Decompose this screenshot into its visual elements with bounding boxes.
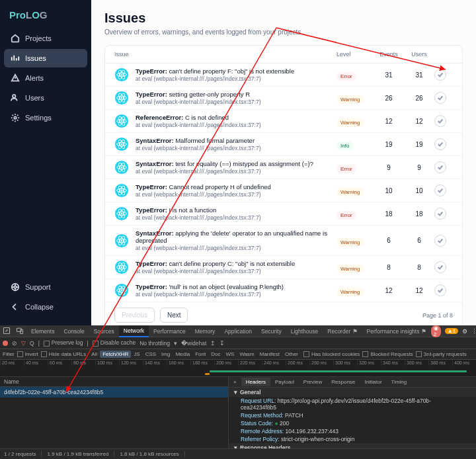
resolve-button[interactable] — [434, 92, 446, 104]
sidebar-item-projects[interactable]: Projects — [4, 29, 87, 48]
level-badge: Warning — [337, 265, 364, 273]
filter-type-doc[interactable]: Doc — [208, 351, 223, 358]
devtools-tab-elements[interactable]: Elements — [26, 326, 59, 337]
filter-type-js[interactable]: JS — [131, 351, 142, 358]
detail-tab-headers[interactable]: Headers — [241, 378, 270, 386]
filter-type-media[interactable]: Media — [173, 351, 192, 358]
download-icon[interactable]: ↧ — [219, 340, 225, 347]
filter-type-fetch/xhr[interactable]: Fetch/XHR — [100, 351, 131, 358]
next-button[interactable]: Next — [160, 308, 188, 323]
devtools-tab-security[interactable]: Security — [257, 326, 286, 337]
sidebar-item-label: Users — [25, 94, 44, 102]
resolve-button[interactable] — [434, 235, 446, 247]
sidebar-item-alerts[interactable]: Alerts — [4, 69, 87, 87]
devtools-tab-lighthouse[interactable]: Lighthouse — [286, 326, 323, 337]
table-row[interactable]: TypeError: I is not a functionat eval (w… — [105, 202, 462, 226]
device-icon[interactable] — [13, 325, 26, 337]
table-row[interactable]: TypeError: Cannot read property H of und… — [105, 179, 462, 202]
sidebar-item-issues[interactable]: Issues — [4, 49, 87, 67]
response-headers-section[interactable]: ▾ Response Headers — [229, 443, 476, 448]
waterfall-overview[interactable]: 20 ms40 ms60 ms80 ms100 ms120 ms140 ms16… — [0, 360, 476, 377]
sidebar-item-label: Projects — [25, 34, 52, 42]
events-count: 8 — [374, 264, 404, 271]
devtools-tab-performance[interactable]: Performance — [149, 326, 190, 337]
filter-icon[interactable]: ▽ — [21, 340, 26, 347]
warning-count[interactable]: ▲1 — [445, 328, 458, 334]
gear-icon[interactable]: ⚙ — [462, 328, 467, 335]
col-users: Users — [404, 51, 434, 58]
wifi-icon[interactable]: �widehat — [181, 340, 206, 347]
table-header: Issue Level Events Users — [105, 46, 462, 63]
filter-type-img[interactable]: Img — [159, 351, 173, 358]
level-badge: Info — [337, 142, 353, 150]
page-title: Issues — [104, 11, 463, 26]
search-icon[interactable]: Q — [30, 340, 34, 347]
resolve-button[interactable] — [434, 115, 446, 127]
devtools-tab-sources[interactable]: Sources — [89, 326, 119, 337]
svg-point-29 — [121, 167, 123, 169]
upload-icon[interactable]: ↥ — [210, 340, 216, 347]
detail-tab-payload[interactable]: Payload — [270, 378, 299, 386]
error-count[interactable]: ◉ 2 — [431, 325, 441, 337]
general-section[interactable]: ▾ General — [229, 388, 476, 397]
devtools-tab-recorder[interactable]: Recorder ⚑ — [323, 326, 362, 337]
resolve-button[interactable] — [434, 161, 446, 173]
more-icon[interactable]: ⋮ — [471, 328, 476, 335]
col-level: Level — [337, 51, 374, 58]
resolve-button[interactable] — [434, 261, 446, 273]
clear-icon[interactable]: ⊘ — [12, 340, 17, 347]
level-badge: Warning — [337, 238, 364, 247]
sidebar-item-support[interactable]: Support — [4, 278, 87, 296]
resolve-button[interactable] — [434, 284, 446, 296]
request-list: Name d4febf2b-022e-45ff-a70b-cea24234f8b… — [0, 377, 229, 448]
main-content: Issues Overview of errors, warnings, and… — [91, 0, 476, 325]
devtools-tab-performance[interactable]: Performance insights ⚑ — [362, 326, 431, 337]
page-subtitle: Overview of errors, warnings, and events… — [104, 28, 463, 36]
events-count: 18 — [374, 210, 404, 218]
sidebar-nav-bottom: SupportCollapse — [4, 278, 87, 320]
sidebar-item-users[interactable]: Users — [4, 89, 87, 107]
detail-tab-timing[interactable]: Timing — [387, 378, 412, 386]
header-row: Status Code: ● 200 — [229, 419, 476, 427]
sidebar-item-collapse[interactable]: Collapse — [4, 298, 87, 316]
table-row[interactable]: SyntaxError: Malformed formal parametera… — [105, 133, 462, 156]
devtools-tab-network[interactable]: Network — [119, 325, 149, 337]
prev-button[interactable]: Previous — [114, 308, 155, 323]
inspect-icon[interactable] — [0, 325, 13, 337]
sidebar-item-label: Support — [25, 283, 51, 291]
filter-type-css[interactable]: CSS — [143, 351, 159, 358]
detail-tab-response[interactable]: Response — [327, 378, 360, 386]
sidebar-item-settings[interactable]: Settings — [4, 108, 87, 127]
devtools-tab-memory[interactable]: Memory — [190, 326, 220, 337]
table-row[interactable]: SyntaxError: test for equality (==) mist… — [105, 156, 462, 179]
devtools-tab-application[interactable]: Application — [219, 326, 257, 337]
table-row[interactable]: TypeError: setting getter-only property … — [105, 87, 462, 110]
resolve-button[interactable] — [434, 208, 446, 220]
devtools-tab-console[interactable]: Console — [59, 326, 89, 337]
events-count: 9 — [374, 164, 404, 171]
filter-type-all[interactable]: All — [89, 351, 100, 358]
filter-type-ws[interactable]: WS — [223, 351, 237, 358]
table-row[interactable]: ReferenceError: C is not definedat eval … — [105, 110, 462, 133]
filter-type-manifest[interactable]: Manifest — [257, 351, 282, 358]
resolve-button[interactable] — [434, 69, 446, 81]
request-row[interactable]: d4febf2b-022e-45ff-a70b-cea24234f8b5 — [0, 387, 228, 397]
filter-type-font[interactable]: Font — [192, 351, 208, 358]
resolve-button[interactable] — [434, 185, 446, 196]
level-badge: Warning — [337, 288, 364, 296]
users-count: 19 — [404, 141, 434, 148]
users-count: 10 — [404, 187, 434, 194]
table-row[interactable]: TypeError: 'null' is not an object (eval… — [105, 279, 462, 302]
resolve-button[interactable] — [434, 138, 446, 150]
svg-point-44 — [121, 239, 123, 241]
svg-point-34 — [121, 190, 123, 192]
detail-tab-preview[interactable]: Preview — [299, 378, 327, 386]
filter-type-other[interactable]: Other — [282, 351, 301, 358]
table-row[interactable]: TypeError: can't define property C: "obj… — [105, 256, 462, 279]
table-row[interactable]: TypeError: can't define property F: "obj… — [105, 63, 462, 87]
record-button[interactable] — [3, 341, 8, 346]
detail-tab-initiator[interactable]: Initiator — [360, 378, 386, 386]
filter-type-wasm[interactable]: Wasm — [237, 351, 257, 358]
table-row[interactable]: SyntaxError: applying the 'delete' opera… — [105, 226, 462, 256]
close-detail[interactable]: × — [229, 378, 241, 386]
